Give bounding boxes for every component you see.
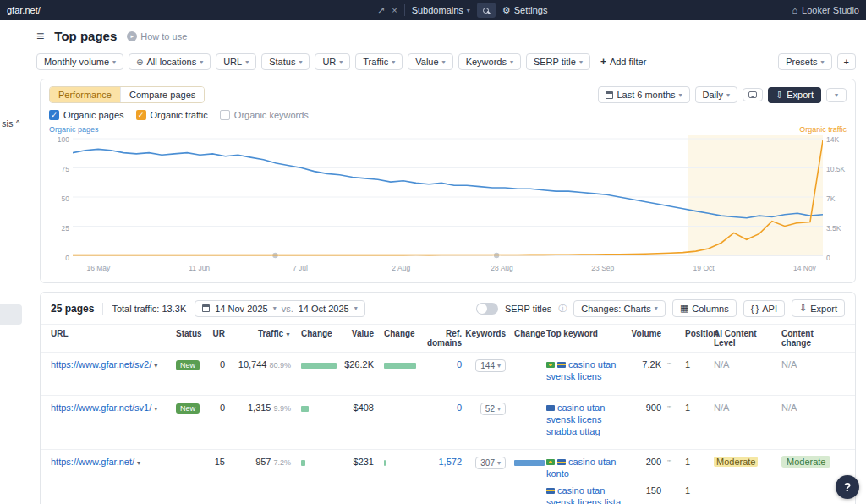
how-to-use-link[interactable]: ▸ How to use <box>127 31 187 41</box>
legend-organic-pages[interactable]: ✓Organic pages <box>49 110 124 120</box>
presets-dropdown[interactable]: Presets▾ <box>778 53 831 70</box>
sidebar-selected-item-fragment[interactable] <box>0 304 22 325</box>
pages-table-card: 25 pages Total traffic: 13.3K 14 Nov 202… <box>40 292 856 504</box>
keyword-flags <box>546 457 568 467</box>
primary-date[interactable]: 14 Nov 2025 <box>215 304 267 314</box>
add-preset-button[interactable]: + <box>837 53 856 70</box>
settings-button[interactable]: ⚙ Settings <box>502 5 548 16</box>
tab-compare-pages[interactable]: Compare pages <box>120 87 204 102</box>
col-keywords[interactable]: Keywords <box>465 329 509 348</box>
download-icon: ⇩ <box>776 90 783 101</box>
x-tick-label: 14 Nov <box>793 264 816 272</box>
page-title: Top pages <box>54 29 117 43</box>
col-keywords-change[interactable]: Change <box>509 329 546 348</box>
col-value[interactable]: Value <box>332 329 377 348</box>
chevron-down-icon: ▾ <box>679 91 682 99</box>
play-icon: ▸ <box>127 31 137 41</box>
table-row[interactable]: https://www.gfar.net/▾ 15 9577.2% $231 1… <box>41 449 855 504</box>
expand-caret-icon[interactable]: ▾ <box>154 405 157 413</box>
filter-serp-title[interactable]: SERP title▾ <box>526 53 590 70</box>
add-filter-button[interactable]: +Add filter <box>595 53 651 70</box>
traffic-value: 10,744 <box>238 359 267 370</box>
legend-organic-traffic[interactable]: ✓Organic traffic <box>136 110 208 120</box>
traffic-percent: 80.9% <box>269 361 291 370</box>
keywords-select[interactable]: 144▾ <box>475 359 506 372</box>
clear-icon[interactable]: × <box>392 5 397 15</box>
col-top-keyword[interactable]: Top keyword <box>546 329 631 348</box>
expand-caret-icon[interactable]: ▾ <box>137 459 140 467</box>
compare-dates-control[interactable]: 14 Nov 2025 ▾ vs. 14 Oct 2025 ▾ <box>195 300 364 317</box>
page-url-link[interactable]: https://www.gfar.net/sv2/ <box>51 359 151 370</box>
granularity-dropdown[interactable]: Daily▾ <box>695 86 737 103</box>
tab-performance[interactable]: Performance <box>50 87 120 102</box>
ref-domains-link[interactable]: 1,572 <box>438 457 462 467</box>
col-url[interactable]: URL <box>51 329 176 348</box>
flag-icon-se <box>546 488 555 494</box>
search-button[interactable] <box>477 3 496 18</box>
table-row[interactable]: https://www.gfar.net/sv1/▾ New 0 1,3159.… <box>41 395 855 449</box>
col-position[interactable]: Position <box>677 329 714 348</box>
col-status[interactable]: Status <box>176 329 208 348</box>
filter-traffic[interactable]: Traffic▾ <box>355 53 403 70</box>
col-traffic[interactable]: Traffic▼ <box>228 329 294 348</box>
filter-status[interactable]: Status▾ <box>261 53 310 70</box>
table-export-button[interactable]: ⇩Export <box>792 299 845 317</box>
filter-keywords[interactable]: Keywords▾ <box>458 53 521 70</box>
keyword-position: 1 <box>677 403 714 413</box>
date-range-dropdown[interactable]: Last 6 months▾ <box>598 86 689 103</box>
keywords-select[interactable]: 307▾ <box>475 457 506 469</box>
table-row[interactable]: https://www.gfar.net/sv2/▾ New 0 10,7448… <box>41 352 855 395</box>
info-icon[interactable]: ⓘ <box>558 303 567 315</box>
subdomains-dropdown[interactable]: Subdomains ▾ <box>412 5 470 15</box>
traffic-percent: 7.2% <box>273 458 291 467</box>
filter-all-locations[interactable]: ⊕All locations▾ <box>129 53 211 70</box>
menu-icon[interactable]: ≡ <box>36 30 44 43</box>
keywords-select[interactable]: 52▾ <box>480 403 506 415</box>
col-value-change[interactable]: Change <box>377 329 411 348</box>
chevron-down-icon: ▾ <box>467 7 470 14</box>
open-in-new-tab-icon[interactable]: ↗ <box>377 5 385 16</box>
chevron-down-icon: ▾ <box>339 58 343 66</box>
col-volume[interactable]: Volume <box>631 329 665 348</box>
col-content-change[interactable]: Content change <box>781 329 847 348</box>
secondary-date[interactable]: 14 Oct 2025 <box>299 304 349 314</box>
notes-button[interactable] <box>743 88 763 101</box>
top-keyword-link[interactable]: casino utan svensk licens lista <box>546 485 621 504</box>
ref-domains-link[interactable]: 0 <box>457 359 462 370</box>
page-url-link[interactable]: https://www.gfar.net/sv1/ <box>51 403 151 413</box>
col-ref-domains[interactable]: Ref. domains <box>411 329 465 348</box>
left-axis-title: Organic pages <box>49 125 99 134</box>
performance-chart-card: Performance Compare pages Last 6 months▾… <box>40 79 856 283</box>
domain-input[interactable]: gfar.net/ <box>7 5 370 15</box>
traffic-chart-svg[interactable] <box>73 135 823 262</box>
col-traffic-change[interactable]: Change <box>294 329 332 348</box>
sidebar-fragment[interactable]: sis ^ <box>2 118 20 129</box>
chart-export-button[interactable]: ⇩Export <box>768 87 821 103</box>
chart-tabs: Performance Compare pages <box>49 86 205 103</box>
expand-caret-icon[interactable]: ▾ <box>154 362 157 370</box>
chevron-down-icon: ▾ <box>299 58 302 66</box>
x-tick-label: 2 Aug <box>392 264 410 272</box>
filter-url[interactable]: URL▾ <box>216 53 256 70</box>
columns-button[interactable]: ▦Columns <box>672 299 737 317</box>
traffic-chart: 1007550250 14K10.5K7K3.5K0 <box>41 134 855 262</box>
serp-titles-toggle[interactable] <box>476 303 498 315</box>
looker-studio-button[interactable]: ⌂ Looker Studio <box>792 5 859 15</box>
col-ai-content-level[interactable]: AI Content Level <box>714 329 781 348</box>
keyword-position: 1 <box>685 457 710 485</box>
filter-value[interactable]: Value▾ <box>408 53 452 70</box>
content-change-badge: N/A <box>781 359 797 370</box>
col-ur[interactable]: UR <box>208 329 228 348</box>
x-axis-labels: 16 May11 Jun7 Jul2 Aug28 Aug23 Sep19 Oct… <box>76 264 819 277</box>
api-button[interactable]: { }API <box>743 300 785 317</box>
chart-more-button[interactable]: ▾ <box>826 88 847 102</box>
changes-dropdown[interactable]: Changes: Charts▾ <box>573 300 666 317</box>
page-url-link[interactable]: https://www.gfar.net/ <box>51 457 134 467</box>
filter-ur[interactable]: UR▾ <box>315 53 350 70</box>
ref-domains-link[interactable]: 0 <box>457 403 462 413</box>
ur-value: 15 <box>208 457 228 467</box>
legend-organic-keywords[interactable]: Organic keywords <box>220 110 309 120</box>
help-button[interactable]: ? <box>836 475 859 499</box>
keyword-volume: 150 <box>631 485 661 504</box>
filter-monthly-volume[interactable]: Monthly volume▾ <box>36 53 123 70</box>
